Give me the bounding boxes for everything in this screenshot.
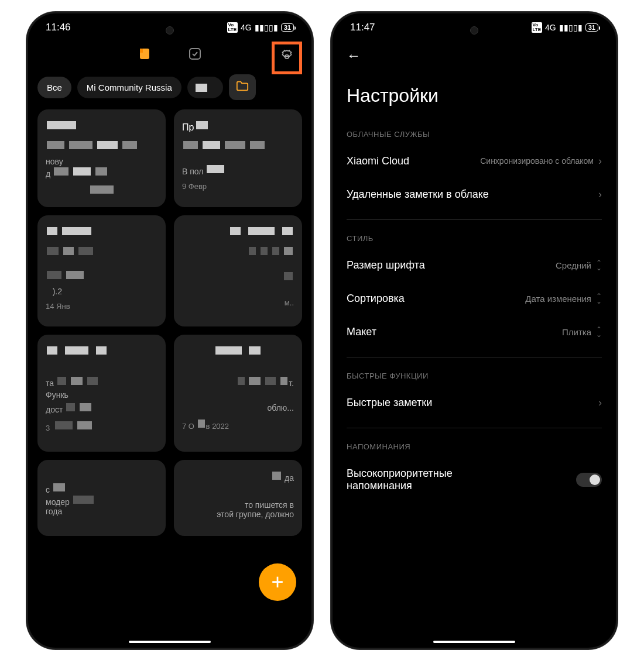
back-button[interactable]: ←	[333, 38, 616, 73]
signal-icon: ▮▮▯▯▮	[255, 23, 278, 32]
front-camera	[470, 26, 478, 35]
filter-all[interactable]: Все	[37, 77, 71, 98]
notes-grid: нову д Пр В пол 9 Февр ).2 14 Янв	[28, 105, 311, 541]
status-indicators: VoLTE 4G ▮▮▯▯▮ 31	[227, 22, 294, 33]
battery-indicator: 31	[585, 23, 598, 32]
setting-label: Высокоприоритетные напоминания	[347, 467, 511, 492]
toggle-switch[interactable]	[576, 473, 602, 487]
section-cloud: ОБЛАЧНЫЕ СЛУЖБЫ	[333, 124, 616, 145]
status-time: 11:46	[46, 22, 71, 33]
updown-icon: ⌃⌄	[596, 327, 602, 337]
setting-value: Плитка	[562, 327, 591, 337]
updown-icon: ⌃⌄	[596, 294, 602, 304]
home-indicator[interactable]	[433, 641, 515, 643]
setting-value: Дата изменения	[525, 294, 591, 304]
folder-button[interactable]	[229, 74, 256, 100]
divider	[347, 219, 602, 220]
volte-badge: VoLTE	[227, 22, 238, 33]
setting-xiaomi-cloud[interactable]: Xiaomi Cloud Синхронизировано с облаком …	[333, 145, 616, 178]
setting-priority-reminders[interactable]: Высокоприоритетные напоминания	[333, 457, 616, 503]
chevron-right-icon: ›	[598, 397, 602, 409]
note-card[interactable]: м..	[174, 215, 302, 326]
phone-settings: 11:47 VoLTE 4G ▮▮▯▯▮ 31 ← Настройки ОБЛА…	[331, 12, 618, 649]
divider	[347, 428, 602, 428]
add-note-fab[interactable]: +	[259, 563, 296, 601]
svg-point-5	[590, 475, 600, 485]
setting-label: Быстрые заметки	[347, 397, 432, 409]
page-title: Настройки	[333, 73, 616, 124]
chevron-right-icon: ›	[598, 155, 602, 167]
tab-tasks[interactable]	[187, 46, 203, 61]
section-reminders: НАПОМИНАНИЯ	[333, 436, 616, 457]
setting-label: Xiaomi Cloud	[347, 155, 409, 167]
home-indicator[interactable]	[129, 641, 211, 643]
tab-notes[interactable]	[137, 46, 152, 61]
setting-deleted-notes[interactable]: Удаленные заметки в облаке ›	[333, 178, 616, 211]
signal-icon: ▮▮▯▯▮	[559, 23, 583, 32]
top-tabs	[28, 38, 311, 70]
note-card[interactable]: т. облю... 7 О в 2022	[174, 335, 302, 452]
setting-quick-notes[interactable]: Быстрые заметки ›	[333, 386, 616, 420]
setting-label: Макет	[347, 326, 376, 338]
updown-icon: ⌃⌄	[596, 260, 602, 270]
setting-label: Размер шрифта	[347, 259, 425, 271]
front-camera	[166, 26, 174, 35]
folder-icon	[236, 80, 249, 92]
gear-icon	[279, 49, 294, 64]
note-card[interactable]: ).2 14 Янв	[37, 215, 166, 326]
section-quick: БЫСТРЫЕ ФУНКЦИИ	[333, 366, 616, 386]
note-card[interactable]: да то пишется в этой группе, должно	[174, 460, 302, 536]
volte-badge: VoLTE	[532, 22, 543, 33]
network-type: 4G	[241, 23, 252, 32]
setting-layout[interactable]: Макет Плитка ⌃⌄	[333, 315, 616, 349]
arrow-left-icon: ←	[347, 47, 361, 63]
filter-hidden[interactable]	[187, 77, 223, 98]
network-type: 4G	[545, 23, 556, 32]
settings-button[interactable]	[272, 42, 302, 74]
setting-sort[interactable]: Сортировка Дата изменения ⌃⌄	[333, 282, 616, 315]
filter-row: Все Mi Community Russia	[28, 70, 311, 105]
note-card[interactable]: та Функь дост 3	[37, 335, 166, 452]
svg-rect-1	[140, 49, 143, 53]
status-time: 11:47	[350, 22, 375, 33]
setting-font-size[interactable]: Размер шрифта Средний ⌃⌄	[333, 249, 616, 282]
note-card[interactable]: Пр В пол 9 Февр	[174, 109, 302, 207]
filter-community[interactable]: Mi Community Russia	[77, 77, 181, 98]
setting-value: Синхронизировано с облаком	[480, 156, 594, 166]
phone-notes: 11:46 VoLTE 4G ▮▮▯▯▮ 31 Все Mi Community…	[26, 12, 313, 649]
chevron-right-icon: ›	[598, 188, 602, 201]
svg-rect-2	[190, 49, 200, 59]
setting-value: Средний	[556, 260, 591, 270]
setting-label: Удаленные заметки в облаке	[347, 188, 489, 201]
note-card[interactable]: нову д	[37, 109, 166, 207]
setting-label: Сортировка	[347, 293, 405, 305]
section-style: СТИЛЬ	[333, 228, 616, 249]
battery-indicator: 31	[281, 23, 294, 32]
note-card[interactable]: с модер года	[37, 460, 166, 536]
status-indicators: VoLTE 4G ▮▮▯▯▮ 31	[532, 22, 598, 33]
divider	[347, 357, 602, 357]
plus-icon: +	[271, 570, 283, 594]
